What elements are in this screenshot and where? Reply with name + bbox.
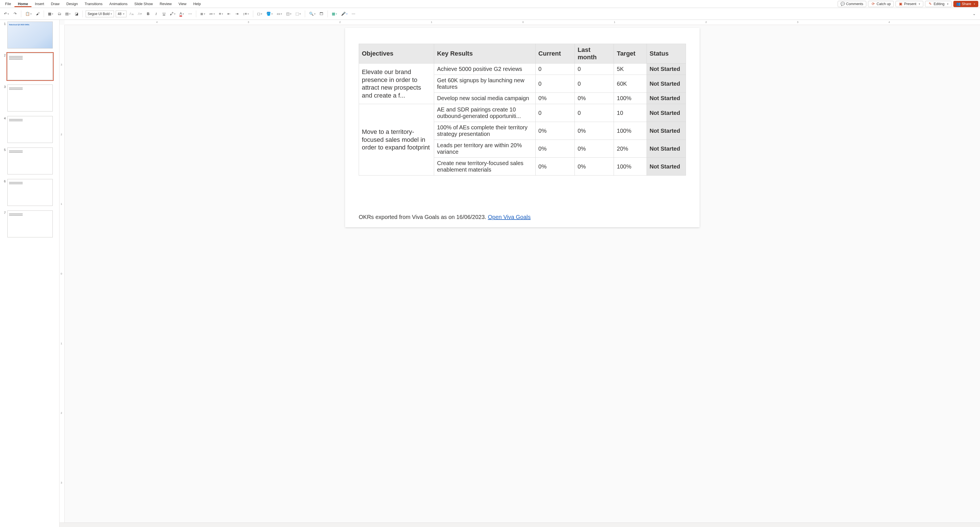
target-cell: 20% (614, 140, 646, 158)
designer-button[interactable]: 🗔 (318, 10, 325, 18)
slide-thumbnail-6[interactable]: ▤▤▤▤▤▤▤▤▤▤▤▤▤▤▤▤▤▤▤▤▤▤▤▤ (7, 179, 53, 206)
ruler-tick: 1 (431, 21, 432, 24)
current-cell: 0% (535, 122, 574, 140)
menu-tab-review[interactable]: Review (156, 0, 175, 7)
more-font-button[interactable]: ⋯ (187, 10, 193, 18)
menu-tab-insert[interactable]: Insert (32, 0, 48, 7)
table-header-row: Objectives Key Results Current Last mont… (359, 44, 686, 64)
align-button[interactable]: ≡▾ (218, 10, 224, 18)
layout-button[interactable]: ▤▾ (64, 10, 72, 18)
ruler-tick: 3 (61, 481, 62, 484)
new-slide-button[interactable]: ▦▾ (47, 10, 54, 18)
chevron-down-icon: ▾ (919, 3, 920, 5)
ruler-tick: 4 (156, 21, 158, 24)
editing-label: Editing (934, 2, 944, 6)
menu-tab-slideshow[interactable]: Slide Show (131, 0, 156, 7)
share-button[interactable]: 👥 Share ▾ (953, 1, 978, 7)
reuse-slide-button[interactable]: 🗂 (56, 10, 62, 18)
ruler-tick: 3 (61, 63, 62, 66)
ruler-tick: 2 (705, 21, 707, 24)
comments-button[interactable]: 💬 Comments (838, 1, 866, 7)
col-status: Status (646, 44, 686, 64)
slide-thumbnail-3[interactable]: ▤▤▤▤▤▤▤▤▤▤▤▤▤▤▤▤▤▤▤▤▤▤▤▤ (7, 84, 53, 111)
italic-button[interactable]: I (153, 10, 159, 18)
slide-thumbnail-7[interactable]: ▤▤▤▤▤▤▤▤▤▤▤▤▤▤▤▤▤▤▤▤▤▤▤▤ (7, 210, 53, 237)
menu-tab-file[interactable]: File (2, 0, 14, 7)
open-viva-goals-link[interactable]: Open Viva Goals (488, 214, 531, 220)
shapes-button[interactable]: ◻▾ (256, 10, 263, 18)
section-button[interactable]: ◪ (73, 10, 80, 18)
slide-thumbnail-panel[interactable]: 1 Ralecloud Q2 2023 OKRs 2 ▤▤▤▤▤▤▤▤▤▤▤▤▤… (0, 20, 60, 527)
line-spacing-button[interactable]: ↕≡▾ (242, 10, 250, 18)
slide-thumbnail-4[interactable]: ▤▤▤▤▤▤▤▤▤▤▤▤▤▤▤▤▤▤▤▤▤▤▤▤ (7, 116, 53, 143)
table-row: Elevate our brand presence in order to a… (359, 64, 686, 75)
addin1-button[interactable]: ▦▾ (331, 10, 338, 18)
bullets-button[interactable]: ≣▾ (199, 10, 207, 18)
ruler-tick: 2 (61, 133, 62, 136)
menu-tab-design[interactable]: Design (63, 0, 81, 7)
decrease-indent-button[interactable]: ⇤ (226, 10, 232, 18)
ruler-tick: 2 (61, 412, 62, 414)
shape-fill-button[interactable]: 🪣▾ (265, 10, 274, 18)
more-commands-button[interactable]: ⋯ (350, 10, 357, 18)
kr-cell: Leads per territory are within 20% varia… (434, 140, 535, 158)
editing-button[interactable]: ✎ Editing ▾ (925, 1, 951, 7)
current-cell: 0% (535, 158, 574, 175)
slide-thumbnail-2[interactable]: ▤▤▤▤▤▤▤▤▤▤▤▤▤▤▤▤▤▤▤▤▤▤▤▤▤▤▤▤▤▤▤▤▤▤▤▤ (7, 53, 53, 80)
highlight-button[interactable]: 🖍▾ (169, 10, 177, 18)
ruler-tick: 0 (522, 21, 524, 24)
comment-icon: 💬 (841, 2, 845, 6)
shape-outline-button[interactable]: ▭▾ (275, 10, 283, 18)
okr-table[interactable]: Objectives Key Results Current Last mont… (359, 44, 686, 175)
arrange-button[interactable]: ⬚▾ (294, 10, 302, 18)
collapse-ribbon-button[interactable]: ⌄ (971, 10, 977, 18)
increase-font-button[interactable]: A▴ (128, 10, 135, 18)
target-cell: 100% (614, 122, 646, 140)
present-button[interactable]: ▣ Present ▾ (896, 1, 923, 7)
slide-editor: 4 3 2 1 0 1 2 3 4 3 2 1 0 1 2 3 (60, 20, 980, 527)
menu-tab-home[interactable]: Home (14, 0, 32, 7)
horizontal-ruler[interactable]: 4 3 2 1 0 1 2 3 4 (65, 20, 980, 25)
menu-tab-help[interactable]: Help (190, 0, 204, 7)
font-color-button[interactable]: A▾ (178, 10, 185, 18)
shape-effects-button[interactable]: ◫▾ (285, 10, 293, 18)
catchup-label: Catch up (877, 2, 891, 6)
paste-button[interactable]: 📋▾ (24, 10, 33, 18)
font-name-select[interactable]: Segoe UI Bold ▾ (86, 11, 114, 17)
dictate-button[interactable]: 🎤▾ (340, 10, 349, 18)
underline-button[interactable]: U (161, 10, 167, 18)
horizontal-scrollbar[interactable] (60, 522, 980, 527)
slide-thumbnail-1[interactable]: Ralecloud Q2 2023 OKRs (7, 22, 53, 48)
bold-button[interactable]: B (145, 10, 151, 18)
slide-thumbnail-5[interactable]: ▤▤▤▤▤▤▤▤▤▤▤▤▤▤▤▤▤▤▤▤▤▤▤▤ (7, 148, 53, 174)
last-cell: 0% (574, 122, 614, 140)
table-row: Move to a territory-focused sales model … (359, 104, 686, 122)
present-icon: ▣ (899, 2, 903, 6)
last-cell: 0 (574, 75, 614, 93)
ruler-tick: 3 (797, 21, 798, 24)
menu-tab-transitions[interactable]: Transitions (81, 0, 106, 7)
catchup-button[interactable]: ⟳ Catch up (868, 1, 894, 7)
decrease-font-button[interactable]: A▾ (137, 10, 143, 18)
slide-canvas[interactable]: Objectives Key Results Current Last mont… (345, 28, 700, 227)
numbering-button[interactable]: ≔▾ (208, 10, 216, 18)
menu-tab-animations[interactable]: Animations (106, 0, 131, 7)
thumb-number: 6 (2, 179, 6, 183)
slide-canvas-wrap[interactable]: Objectives Key Results Current Last mont… (65, 25, 980, 522)
vertical-ruler[interactable]: 3 2 1 0 1 2 3 (60, 25, 65, 522)
col-keyresults: Key Results (434, 44, 535, 64)
last-cell: 0% (574, 93, 614, 104)
current-cell: 0 (535, 104, 574, 122)
increase-indent-button[interactable]: ⇥ (234, 10, 240, 18)
menu-tab-view[interactable]: View (175, 0, 190, 7)
menu-tab-draw[interactable]: Draw (48, 0, 63, 7)
current-cell: 0% (535, 140, 574, 158)
objective-cell: Move to a territory-focused sales model … (359, 104, 434, 175)
undo-button[interactable]: ↶▾ (3, 10, 10, 18)
thumb-preview: ▤▤▤▤▤▤▤▤▤▤▤▤▤▤▤▤▤▤▤▤▤▤▤▤ (9, 119, 51, 141)
find-button[interactable]: 🔍▾ (308, 10, 317, 18)
format-painter-button[interactable]: 🖌 (35, 10, 41, 18)
font-size-select[interactable]: 48 ▾ (116, 11, 126, 17)
redo-button[interactable]: ↷ (12, 10, 18, 18)
last-cell: 0 (574, 64, 614, 75)
